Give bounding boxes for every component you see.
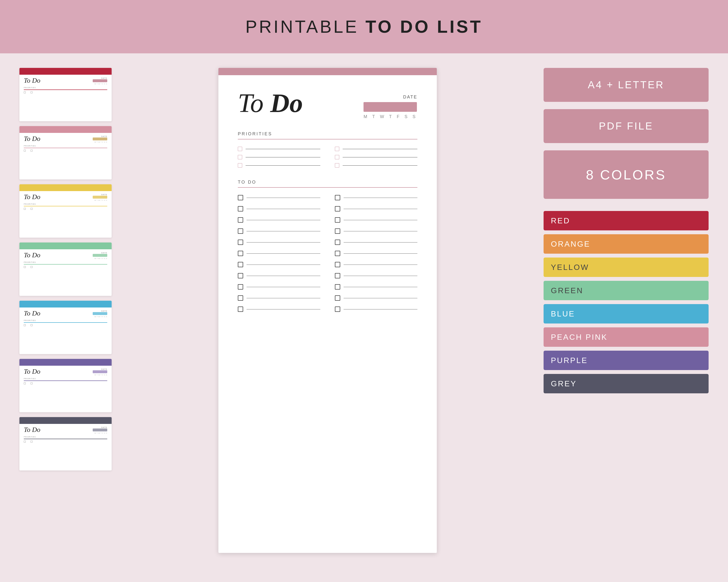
thumb-checkbox-6 — [31, 208, 32, 210]
swatch-label-yellow: YELLOW — [544, 257, 709, 277]
preview-inner: To Do DATE M T W T F S S PRIORITIES — [218, 75, 437, 334]
thumb-check-row-grey — [24, 441, 107, 443]
thumb-date-area-grey: DATE M T W T F S S — [93, 426, 107, 434]
thumb-date-area-red: DATE M T W T F S S — [93, 77, 107, 85]
todo-row-22 — [335, 306, 417, 312]
priority-checkbox-6 — [335, 163, 339, 168]
swatch-red: RED — [544, 211, 709, 230]
todo-row-15 — [238, 273, 320, 278]
thumb-priorities-blue: PRIORITIES — [24, 320, 107, 321]
thumb-check-row-peach — [24, 149, 107, 151]
swatch-grey: GREY — [544, 374, 709, 393]
priority-checkbox-5 — [238, 163, 242, 168]
right-column: A4 + LETTER PDF FILE 8 COLORS RED ORANGE… — [544, 68, 709, 567]
swatch-label-orange: ORANGE — [544, 234, 709, 254]
thumb-days-green: M T W T F S S — [93, 258, 107, 259]
swatch-label-peach: PEACH PINK — [544, 327, 709, 347]
thumb-checkbox-13 — [24, 441, 26, 443]
a4-letter-badge: A4 + LETTER — [544, 68, 709, 102]
todo-row-19 — [238, 295, 320, 301]
thumb-checkbox-9 — [24, 324, 26, 326]
thumb-header-yellow — [19, 184, 112, 191]
thumb-date-box-grey — [93, 428, 107, 432]
thumb-header-blue — [19, 301, 112, 307]
title-prefix: PRINTABLE — [245, 17, 365, 36]
eight-colors-badge: 8 COLORS — [544, 150, 709, 199]
thumb-days-purple: M T W T F S S — [93, 374, 107, 376]
thumb-accent-line-peach — [24, 148, 107, 148]
todo-line-13 — [246, 265, 320, 265]
thumb-days-grey: M T W T F S S — [93, 433, 107, 434]
todo-row-4 — [335, 206, 417, 212]
todo-row-3 — [238, 206, 320, 212]
todo-checkbox-2 — [335, 195, 340, 200]
preview-top-bar — [218, 68, 437, 75]
thumb-date-label-green: DATE — [93, 252, 107, 254]
todo-checkbox-3 — [238, 206, 243, 212]
page-title: PRINTABLE TO DO LIST — [245, 17, 483, 37]
thumb-date-box-green — [93, 254, 107, 257]
preview-date-section: DATE M T W T F S S — [364, 90, 417, 119]
todo-line-18 — [344, 287, 417, 287]
swatch-label-purple: PURPLE — [544, 351, 709, 370]
todo-checkbox-10 — [335, 240, 340, 245]
thumb-date-label-blue: DATE — [93, 310, 107, 312]
preview-to: To — [238, 88, 270, 118]
pdf-file-badge: PDF FILE — [544, 109, 709, 143]
thumb-checkbox-10 — [31, 324, 32, 326]
thumb-checkbox-4 — [31, 149, 32, 151]
priorities-section-label: PRIORITIES — [238, 132, 417, 137]
priority-checkbox-3 — [238, 155, 242, 159]
thumb-body-peach: To Do DATE M T W T F S S PRIORITIES — [19, 133, 112, 154]
priority-checkbox-2 — [335, 147, 339, 151]
thumb-check-row-red — [24, 91, 107, 93]
swatch-label-blue: BLUE — [544, 304, 709, 324]
priority-row-2 — [335, 147, 417, 151]
todo-line-22 — [344, 309, 417, 309]
thumb-accent-line-blue — [24, 322, 107, 323]
thumb-date-box-blue — [93, 312, 107, 315]
color-swatches: RED ORANGE YELLOW GREEN BLUE PEACH PINK … — [544, 211, 709, 393]
thumbnail-grey: To Do DATE M T W T F S S PRIORITIES — [19, 417, 112, 470]
preview-date-box — [364, 102, 417, 112]
todo-row-8 — [335, 228, 417, 234]
thumb-checkbox-7 — [24, 266, 26, 268]
todo-row-20 — [335, 295, 417, 301]
thumb-checkbox-2 — [31, 91, 32, 93]
thumbnail-blue: To Do DATE M T W T F S S PRIORITIES — [19, 301, 112, 354]
thumb-date-label-peach: DATE — [93, 135, 107, 138]
todo-checkbox-8 — [335, 228, 340, 234]
swatch-label-green: GREEN — [544, 281, 709, 300]
thumb-body-green: To Do DATE M T W T F S S PRIORITIES — [19, 249, 112, 270]
todo-checkbox-5 — [238, 217, 243, 223]
todo-row-10 — [335, 240, 417, 245]
header: PRINTABLE TO DO LIST — [0, 0, 728, 53]
thumb-body-yellow: To Do DATE M T W T F S S PRIORITIES — [19, 191, 112, 212]
priority-row-6 — [335, 163, 417, 168]
todo-line-21 — [246, 309, 320, 309]
priority-row-4 — [335, 155, 417, 159]
priorities-grid — [238, 147, 417, 168]
priority-row-5 — [238, 163, 320, 168]
thumb-priorities-green: PRIORITIES — [24, 261, 107, 263]
todo-line-11 — [246, 253, 320, 254]
priority-line-6 — [343, 165, 417, 166]
thumb-accent-line-yellow — [24, 206, 107, 206]
thumb-days-yellow: M T W T F S S — [93, 200, 107, 201]
todo-section-line — [238, 187, 417, 188]
thumbnail-red: To Do DATE M T W T F S S PRIORITIES — [19, 68, 112, 121]
swatch-orange: ORANGE — [544, 234, 709, 254]
todo-line-14 — [344, 265, 417, 265]
todo-line-10 — [344, 242, 417, 243]
swatch-yellow: YELLOW — [544, 257, 709, 277]
todo-row-12 — [335, 251, 417, 256]
todo-checkbox-13 — [238, 262, 243, 267]
todo-line-4 — [344, 209, 417, 209]
thumb-body-purple: To Do DATE M T W T F S S PRIORITIES — [19, 366, 112, 386]
todo-line-12 — [344, 253, 417, 254]
todo-checkbox-7 — [238, 228, 243, 234]
todo-checkbox-16 — [335, 273, 340, 278]
todo-row-5 — [238, 217, 320, 223]
priority-checkbox-4 — [335, 155, 339, 159]
thumb-checkbox-3 — [24, 149, 26, 151]
